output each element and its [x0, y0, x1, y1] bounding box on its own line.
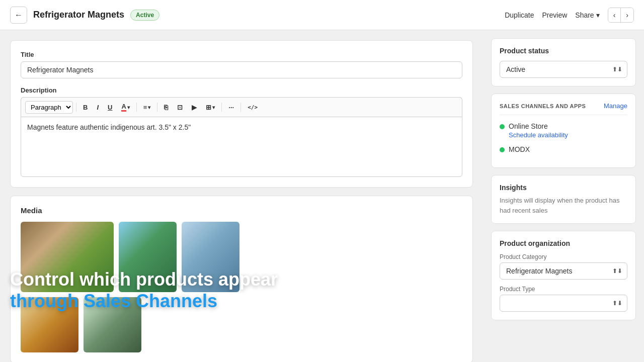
sales-channel-item-2: MODX: [500, 145, 627, 153]
online-store-content: Online Store Schedule availability: [509, 122, 568, 139]
share-button[interactable]: Share ▾: [575, 11, 599, 19]
media-image-3: [182, 222, 239, 292]
description-label: Description: [21, 86, 462, 94]
manage-link[interactable]: Manage: [604, 102, 627, 110]
status-select-wrapper: Active Draft Archived ⬆⬇: [500, 61, 627, 78]
back-icon: ←: [15, 11, 23, 20]
title-input[interactable]: [21, 61, 462, 78]
color-dropdown-icon: ▾: [127, 105, 130, 110]
online-store-status-dot: [500, 124, 505, 129]
link-icon: ⎘: [164, 104, 168, 111]
back-button[interactable]: ←: [10, 7, 27, 24]
media-thumbnail-2[interactable]: [119, 222, 177, 292]
color-text-icon: A: [121, 103, 126, 112]
color-button[interactable]: A ▾: [118, 101, 133, 114]
media-card: Media: [10, 196, 473, 362]
link-button[interactable]: ⎘: [160, 102, 172, 113]
schedule-availability-link[interactable]: Schedule availability: [509, 131, 568, 139]
sales-channels-title: SALES CHANNELS AND APPS: [500, 103, 586, 109]
toolbar-sep-2: [136, 103, 137, 112]
toolbar-sep-1: [76, 103, 76, 112]
media-image-5: [84, 297, 141, 352]
media-thumbnail-4[interactable]: [21, 297, 78, 352]
top-bar: ← Refrigerator Magnets Active Duplicate …: [0, 0, 644, 30]
insights-title: Insights: [500, 184, 627, 192]
media-title: Media: [21, 206, 462, 215]
top-bar-actions: Duplicate Preview Share ▾ ‹ ›: [505, 8, 634, 23]
media-image-2: [119, 222, 177, 292]
category-select[interactable]: Refrigerator Magnets: [500, 262, 627, 280]
main-layout: Title Description Paragraph B I U A ▾: [0, 30, 644, 362]
modx-name: MODX: [509, 145, 530, 153]
table-button[interactable]: ⊞ ▾: [202, 102, 218, 113]
title-description-card: Title Description Paragraph B I U A ▾: [10, 40, 473, 188]
image-button[interactable]: ⊡: [174, 102, 186, 113]
product-status-title: Product status: [500, 47, 627, 55]
media-thumbnail-3[interactable]: [182, 222, 239, 292]
bold-button[interactable]: B: [79, 102, 91, 113]
align-dropdown-icon: ▾: [148, 105, 150, 110]
online-store-name: Online Store: [509, 122, 568, 130]
align-icon: ≡: [143, 104, 147, 111]
product-org-title: Product organization: [500, 239, 627, 247]
nav-prev-button[interactable]: ‹: [608, 8, 621, 22]
media-image-4: [21, 297, 78, 352]
description-text: Magnets feature authentic indigenous art…: [27, 123, 191, 131]
preview-button[interactable]: Preview: [542, 11, 568, 19]
sales-channels-card: SALES CHANNELS AND APPS Manage Online St…: [491, 94, 636, 168]
media-thumbnail-5[interactable]: [84, 297, 141, 352]
sales-channels-header: SALES CHANNELS AND APPS Manage: [500, 102, 627, 115]
modx-content: MODX: [509, 145, 530, 153]
title-label: Title: [21, 51, 462, 58]
paragraph-select[interactable]: Paragraph: [25, 101, 73, 114]
sales-channel-item-1: Online Store Schedule availability: [500, 122, 627, 139]
media-grid: [21, 222, 462, 292]
underline-button[interactable]: U: [104, 102, 116, 113]
left-column: Title Description Paragraph B I U A ▾: [0, 30, 483, 362]
description-editor[interactable]: Magnets feature authentic indigenous art…: [21, 117, 462, 177]
nav-next-button[interactable]: ›: [621, 8, 633, 22]
nav-arrows: ‹ ›: [608, 8, 634, 23]
more-button[interactable]: ···: [225, 102, 237, 113]
category-select-wrapper: Refrigerator Magnets ⬆⬇: [500, 262, 627, 280]
share-dropdown-icon: ▾: [596, 11, 600, 19]
product-org-card: Product organization Product Category Re…: [491, 231, 636, 320]
toolbar-sep-4: [221, 103, 222, 112]
right-column: Product status Active Draft Archived ⬆⬇ …: [483, 30, 644, 362]
table-icon: ⊞: [206, 104, 211, 111]
insights-text: Insights will display when the product h…: [500, 196, 627, 215]
page-title: Refrigerator Magnets: [33, 10, 124, 20]
description-toolbar: Paragraph B I U A ▾ ≡ ▾ ⎘: [21, 97, 462, 117]
media-grid-2: [21, 297, 462, 352]
play-icon: ▶: [192, 104, 197, 111]
product-status-card: Product status Active Draft Archived ⬆⬇: [491, 38, 636, 86]
status-select[interactable]: Active Draft Archived: [500, 61, 627, 78]
play-button[interactable]: ▶: [188, 102, 200, 113]
insights-card: Insights Insights will display when the …: [491, 175, 636, 224]
media-image-1: [21, 222, 114, 292]
table-dropdown-icon: ▾: [212, 105, 215, 110]
align-button[interactable]: ≡ ▾: [140, 102, 154, 113]
modx-status-dot: [500, 147, 505, 152]
italic-button[interactable]: I: [93, 102, 102, 113]
image-icon: ⊡: [177, 104, 183, 111]
type-select[interactable]: [500, 295, 627, 312]
type-select-wrapper: ⬆⬇: [500, 295, 627, 312]
media-thumbnail-1[interactable]: [21, 222, 114, 292]
category-label: Product Category: [500, 253, 627, 260]
type-label: Product Type: [500, 286, 627, 293]
status-badge: Active: [130, 10, 159, 21]
duplicate-button[interactable]: Duplicate: [505, 11, 534, 19]
toolbar-sep-5: [240, 103, 241, 112]
code-button[interactable]: </>: [244, 102, 261, 113]
toolbar-sep-3: [157, 103, 157, 112]
